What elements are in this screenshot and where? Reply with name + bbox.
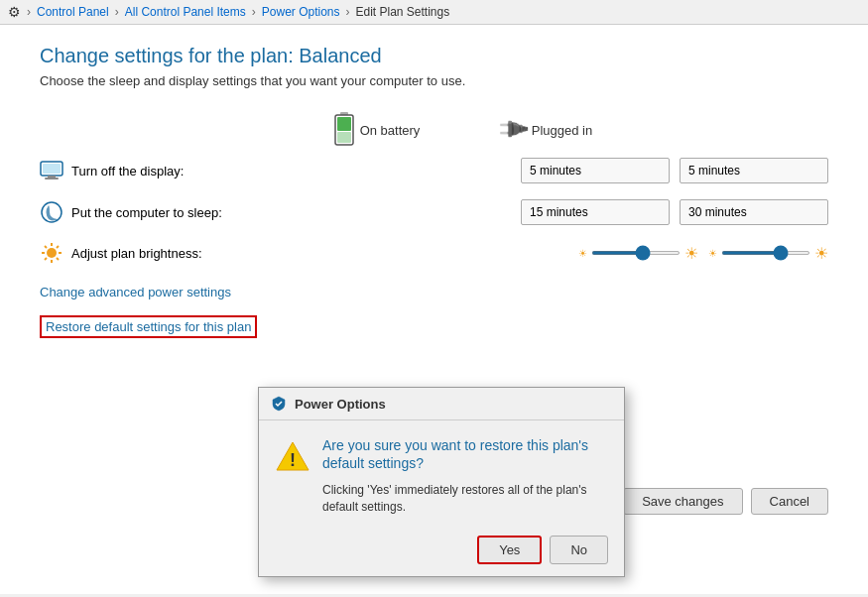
dialog-no-button[interactable]: No <box>550 536 608 564</box>
dialog-yes-button[interactable]: Yes <box>477 536 542 564</box>
dialog-buttons: Yes No <box>259 528 624 576</box>
dialog-text: Are you sure you want to restore this pl… <box>322 436 608 516</box>
warning-icon-container: ! <box>275 436 310 516</box>
dialog-title: Power Options <box>295 397 386 412</box>
dialog-question: Are you sure you want to restore this pl… <box>322 436 608 472</box>
dialog-info: Clicking 'Yes' immediately restores all … <box>322 482 608 516</box>
power-options-dialog: Power Options ! Are you sure you want to… <box>258 387 625 577</box>
dialog-overlay: Power Options ! Are you sure you want to… <box>0 0 868 597</box>
svg-text:!: ! <box>290 450 296 470</box>
dialog-body: ! Are you sure you want to restore this … <box>259 420 624 528</box>
dialog-shield-icon <box>271 396 287 412</box>
warning-triangle-icon: ! <box>275 440 310 472</box>
dialog-titlebar: Power Options <box>259 388 624 420</box>
